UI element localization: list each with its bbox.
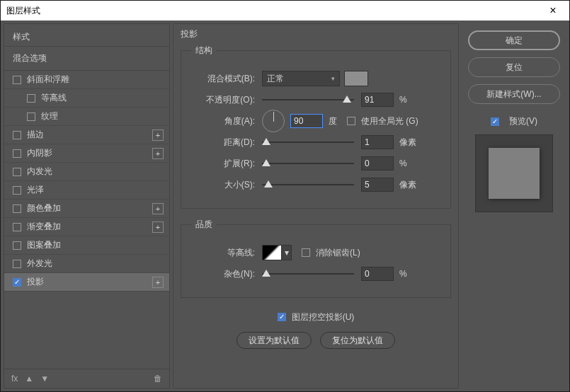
close-icon[interactable]: × xyxy=(542,1,564,21)
structure-group: 结构 混合模式(B): 正常 ▾ 不透明度(O): % 角度(A): xyxy=(181,45,451,209)
add-effect-icon[interactable]: + xyxy=(152,129,164,141)
settings-panel: 投影 结构 混合模式(B): 正常 ▾ 不透明度(O): % xyxy=(173,23,459,388)
action-column: 确定 复位 新建样式(W)... 预览(V) xyxy=(462,23,566,388)
effect-label: 描边 xyxy=(27,129,44,141)
contour-swatch[interactable] xyxy=(262,245,282,260)
contour-dropdown[interactable]: ▾ xyxy=(282,245,292,260)
effect-label: 渐变叠加 xyxy=(27,221,61,233)
effect-label: 斜面和浮雕 xyxy=(27,74,69,86)
shadow-color-swatch[interactable] xyxy=(344,71,368,86)
effect-label: 颜色叠加 xyxy=(27,202,61,214)
effect-label: 内阴影 xyxy=(27,147,52,159)
trash-icon[interactable]: 🗑 xyxy=(154,374,162,384)
effect-checkbox[interactable] xyxy=(13,186,21,195)
add-effect-icon[interactable]: + xyxy=(152,148,164,159)
fx-menu-icon[interactable]: fx xyxy=(11,374,18,384)
size-slider[interactable] xyxy=(262,180,354,190)
sidebar-item-投影[interactable]: 投影+ xyxy=(4,273,169,292)
distance-slider[interactable] xyxy=(262,137,354,147)
spread-label: 扩展(R): xyxy=(191,158,255,170)
effect-label: 外发光 xyxy=(27,258,52,270)
angle-dial[interactable] xyxy=(262,110,285,132)
effect-checkbox[interactable] xyxy=(13,149,21,158)
preview-checkbox[interactable] xyxy=(491,117,499,126)
quality-legend: 品质 xyxy=(191,219,217,231)
opacity-input[interactable] xyxy=(361,93,394,107)
effects-sidebar: 样式 混合选项 斜面和浮雕等高线纹理描边+内阴影+内发光光泽颜色叠加+渐变叠加+… xyxy=(4,23,170,388)
opacity-slider[interactable] xyxy=(262,95,354,105)
ok-button[interactable]: 确定 xyxy=(468,30,560,50)
add-effect-icon[interactable]: + xyxy=(152,277,164,288)
move-down-icon[interactable]: ▼ xyxy=(40,374,49,384)
chevron-down-icon: ▾ xyxy=(331,75,335,82)
effect-checkbox[interactable] xyxy=(13,241,21,250)
spread-slider[interactable] xyxy=(262,158,354,168)
sidebar-item-内阴影[interactable]: 内阴影+ xyxy=(4,144,169,163)
sidebar-item-描边[interactable]: 描边+ xyxy=(4,126,169,144)
contour-label: 等高线: xyxy=(191,247,255,259)
effect-checkbox[interactable] xyxy=(13,278,21,287)
dialog-body: 样式 混合选项 斜面和浮雕等高线纹理描边+内阴影+内发光光泽颜色叠加+渐变叠加+… xyxy=(1,21,569,391)
sidebar-footer: fx ▲ ▼ 🗑 xyxy=(4,369,169,388)
distance-input[interactable] xyxy=(361,135,394,149)
spread-input[interactable] xyxy=(361,156,394,171)
antialias-label: 消除锯齿(L) xyxy=(316,247,360,259)
quality-group: 品质 等高线: ▾ 消除锯齿(L) 杂色(N): % xyxy=(181,219,451,298)
effect-checkbox[interactable] xyxy=(13,168,21,176)
global-light-checkbox[interactable] xyxy=(347,117,355,125)
effect-checkbox[interactable] xyxy=(13,260,21,268)
sidebar-item-纹理[interactable]: 纹理 xyxy=(4,108,169,126)
sidebar-item-等高线[interactable]: 等高线 xyxy=(4,89,169,108)
cancel-button[interactable]: 复位 xyxy=(468,57,560,77)
preview-box xyxy=(475,134,553,212)
size-label: 大小(S): xyxy=(191,179,255,191)
blend-mode-label: 混合模式(B): xyxy=(191,73,255,85)
new-style-button[interactable]: 新建样式(W)... xyxy=(468,84,560,104)
antialias-checkbox[interactable] xyxy=(302,248,310,257)
size-input[interactable] xyxy=(361,178,394,192)
opacity-label: 不透明度(O): xyxy=(191,94,255,106)
effect-checkbox[interactable] xyxy=(27,113,35,121)
add-effect-icon[interactable]: + xyxy=(152,221,164,233)
effect-label: 内发光 xyxy=(27,166,52,178)
sidebar-item-光泽[interactable]: 光泽 xyxy=(4,181,169,200)
distance-label: 距离(D): xyxy=(191,137,255,149)
angle-input[interactable] xyxy=(290,114,323,128)
preview-swatch xyxy=(489,148,540,199)
panel-title: 投影 xyxy=(181,28,451,40)
noise-label: 杂色(N): xyxy=(191,268,255,280)
sidebar-item-图案叠加[interactable]: 图案叠加 xyxy=(4,236,169,255)
knockout-label: 图层挖空投影(U) xyxy=(292,311,355,323)
effect-checkbox[interactable] xyxy=(13,76,21,84)
sidebar-item-斜面和浮雕[interactable]: 斜面和浮雕 xyxy=(4,71,169,89)
effect-label: 图案叠加 xyxy=(27,239,61,251)
sidebar-item-外发光[interactable]: 外发光 xyxy=(4,255,169,273)
preview-label: 预览(V) xyxy=(509,115,537,127)
effect-checkbox[interactable] xyxy=(27,94,35,103)
blend-options[interactable]: 混合选项 xyxy=(4,47,169,71)
knockout-checkbox[interactable] xyxy=(278,313,286,321)
noise-input[interactable] xyxy=(361,267,394,281)
blend-mode-select[interactable]: 正常 ▾ xyxy=(262,71,340,86)
effect-label: 等高线 xyxy=(41,92,67,104)
set-default-button[interactable]: 设置为默认值 xyxy=(236,332,312,349)
noise-slider[interactable] xyxy=(262,269,354,279)
layer-style-dialog: 图层样式 × 样式 混合选项 斜面和浮雕等高线纹理描边+内阴影+内发光光泽颜色叠… xyxy=(0,0,570,392)
effect-checkbox[interactable] xyxy=(13,131,21,139)
effect-label: 投影 xyxy=(27,276,44,288)
sidebar-item-渐变叠加[interactable]: 渐变叠加+ xyxy=(4,218,169,236)
titlebar: 图层样式 × xyxy=(1,1,569,21)
sidebar-item-颜色叠加[interactable]: 颜色叠加+ xyxy=(4,200,169,218)
styles-header[interactable]: 样式 xyxy=(4,24,169,47)
effect-label: 光泽 xyxy=(27,184,44,196)
reset-default-button[interactable]: 复位为默认值 xyxy=(320,332,395,349)
global-light-label: 使用全局光 (G) xyxy=(361,115,418,127)
sidebar-item-内发光[interactable]: 内发光 xyxy=(4,163,169,181)
effect-label: 纹理 xyxy=(41,110,58,122)
window-title: 图层样式 xyxy=(6,5,40,17)
structure-legend: 结构 xyxy=(191,45,217,57)
effect-checkbox[interactable] xyxy=(13,223,21,231)
add-effect-icon[interactable]: + xyxy=(152,203,164,214)
effect-checkbox[interactable] xyxy=(13,204,21,213)
move-up-icon[interactable]: ▲ xyxy=(25,374,33,384)
